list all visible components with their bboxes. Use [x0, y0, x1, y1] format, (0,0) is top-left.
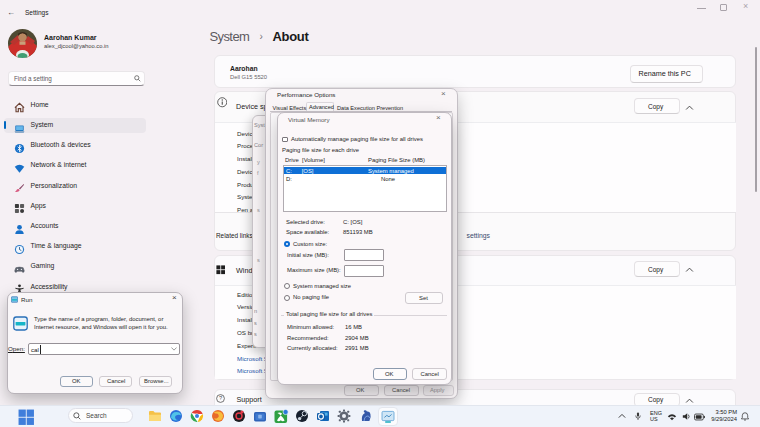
svg-text:?: ?: [218, 395, 221, 401]
